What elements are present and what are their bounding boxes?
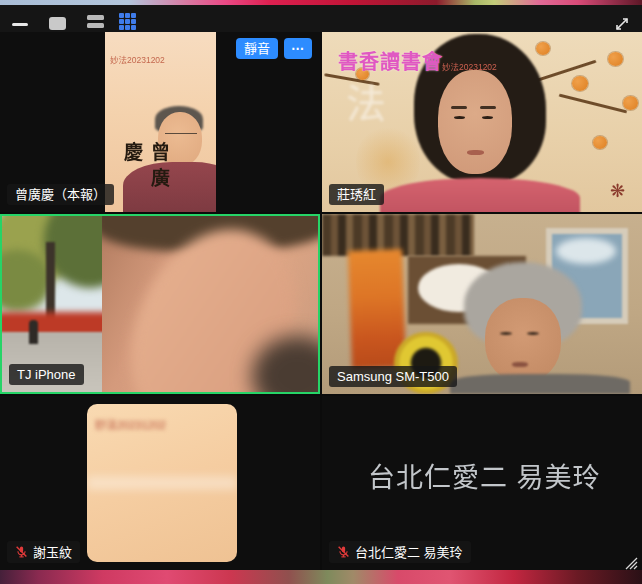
torso-shape — [380, 178, 580, 212]
mute-button[interactable]: 靜音 — [236, 38, 278, 59]
resize-grip-icon[interactable] — [620, 554, 638, 570]
eye-shape — [527, 332, 539, 335]
expand-icon[interactable] — [612, 14, 632, 34]
participant-name-badge: TJ iPhone — [9, 364, 84, 385]
persimmon-shape — [572, 76, 588, 91]
participant-name: 謝玉紋 — [33, 546, 72, 559]
participant-name: 曾廣慶（本報） — [15, 188, 106, 201]
face-shape — [485, 298, 561, 382]
participant-name: 台北仁愛二 易美玲 — [355, 546, 463, 559]
participant-name-badge: Samsung SM-T500 — [329, 366, 457, 387]
vertical-name-text: 曾廣慶 — [118, 142, 172, 212]
persimmon-shape — [623, 96, 638, 110]
participant-name: Samsung SM-T500 — [337, 370, 449, 383]
closeup-face — [102, 216, 320, 392]
list-view-icon[interactable] — [87, 15, 104, 31]
pedestrian-shape — [29, 320, 38, 344]
participant-name-badge: 謝玉紋 — [7, 541, 80, 563]
persimmon-shape — [593, 136, 607, 149]
camera-off-display-name: 台北仁愛二 易美玲 — [368, 456, 601, 495]
eye-shape — [454, 116, 465, 119]
muted-mic-icon — [15, 545, 28, 559]
glasses-shape — [165, 133, 197, 141]
video-tile-participant-4[interactable]: Samsung SM-T500 — [322, 214, 642, 394]
mouth-shape — [467, 150, 484, 155]
light-band-shape — [87, 476, 237, 490]
desktop-wallpaper-bottom — [0, 570, 642, 584]
picture-cloud-shape — [556, 238, 616, 264]
participant-name-badge: 曾廣慶（本報） — [7, 184, 114, 205]
video-tile-participant-1[interactable]: 妙法20231202 曾廣慶 靜音 ⋯ 曾廣慶（本報） — [0, 32, 320, 212]
video-tile-participant-2[interactable]: 法 書香讀書會 妙法20231202 ❋ 莊琇紅 — [322, 32, 642, 212]
mouth-shape — [512, 362, 528, 367]
face-shape — [438, 70, 512, 174]
video-tile-participant-6[interactable]: 台北仁愛二 易美玲 台北仁愛二 易美玲 — [322, 396, 642, 570]
eyebrow-shape — [451, 106, 467, 109]
plant-motif-icon: ❋ — [610, 180, 625, 202]
speaker-view-icon[interactable] — [49, 17, 66, 30]
video-tile-participant-3-active[interactable]: TJ iPhone — [0, 214, 320, 394]
persimmon-shape — [608, 52, 623, 66]
video-watermark: 妙法20231202 — [442, 60, 497, 72]
torso-shape — [450, 374, 630, 394]
minimize-icon[interactable] — [12, 23, 28, 26]
persimmon-shape — [536, 42, 550, 55]
participant-video: 妙法20231202 曾廣慶 — [105, 32, 216, 212]
window-titlebar — [0, 5, 642, 32]
more-options-button[interactable]: ⋯ — [284, 38, 312, 59]
background-glyph: 法 — [346, 72, 386, 130]
event-banner-title: 書香讀書會 — [338, 46, 443, 75]
muted-mic-icon — [337, 545, 350, 559]
participant-name: TJ iPhone — [17, 368, 76, 381]
eye-shape — [500, 332, 512, 335]
blurred-video-card: 妙法20231202 — [87, 404, 237, 562]
video-gallery: 妙法20231202 曾廣慶 靜音 ⋯ 曾廣慶（本報） 法 — [0, 32, 642, 570]
eyebrow-shape — [480, 106, 496, 109]
eye-shape — [482, 116, 493, 119]
participant-name: 莊琇紅 — [337, 188, 376, 201]
participant-name-badge: 台北仁愛二 易美玲 — [329, 541, 471, 563]
participant-name-badge: 莊琇紅 — [329, 184, 384, 205]
gallery-view-icon[interactable] — [119, 13, 137, 31]
video-tile-participant-5[interactable]: 妙法20231202 謝玉紋 — [0, 396, 320, 570]
video-watermark: 妙法20231202 — [95, 416, 166, 432]
video-watermark: 妙法20231202 — [110, 53, 165, 65]
